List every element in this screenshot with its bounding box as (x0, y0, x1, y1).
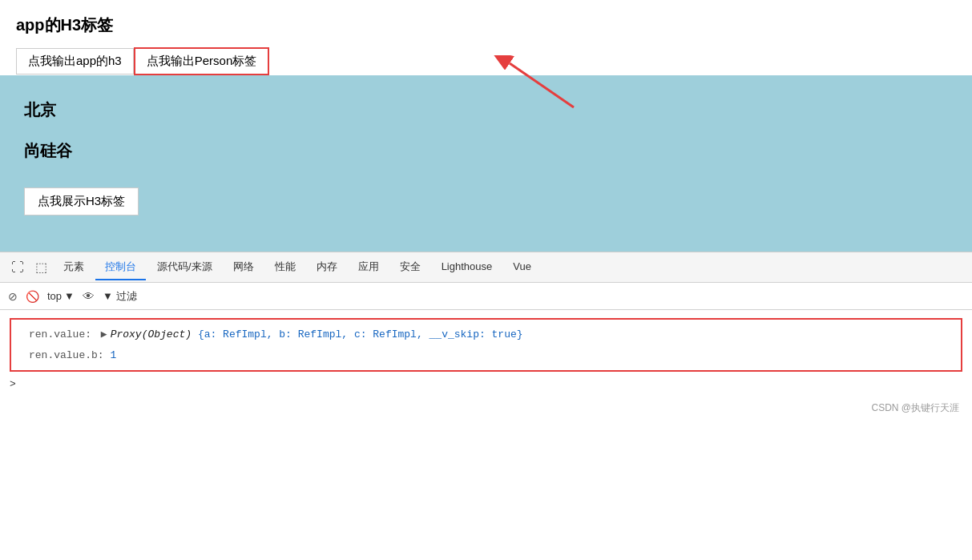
console-line1-key: ren.value: (29, 327, 98, 343)
button-row: 点我输出app的h3 点我输出Person标签 (16, 47, 956, 75)
buttons-wrapper: app的H3标签 点我输出app的h3 点我输出Person标签 (0, 0, 972, 75)
tab-performance[interactable]: 性能 (265, 255, 305, 280)
btn-app-h3[interactable]: 点我输出app的h3 (16, 48, 134, 75)
filter-icon: ▼ (103, 290, 113, 302)
tab-application[interactable]: 应用 (349, 255, 389, 280)
devtools-toolbar: ⊘ 🚫 top ▼ 👁 ▼ 过滤 (0, 283, 972, 310)
page-title: app的H3标签 (16, 14, 956, 36)
tab-vue[interactable]: Vue (503, 256, 541, 279)
console-proxy-text: Proxy(Object) (111, 327, 192, 343)
top-selector[interactable]: top ▼ (47, 290, 75, 302)
tab-network[interactable]: 网络 (224, 255, 264, 280)
tab-sources[interactable]: 源代码/来源 (147, 255, 222, 280)
console-line2-key: ren.value.b: (29, 348, 110, 364)
console-output-box: ren.value: ▶ Proxy(Object) {a: RefImpl, … (10, 318, 962, 372)
tab-elements[interactable]: 元素 (54, 255, 94, 280)
eye-icon[interactable]: 👁 (83, 289, 95, 303)
tab-console[interactable]: 控制台 (95, 255, 146, 280)
top-dropdown-icon[interactable]: ▼ (64, 290, 75, 302)
console-expand-arrow[interactable]: ▶ (101, 327, 107, 343)
console-output-area: ren.value: ▶ Proxy(Object) {a: RefImpl, … (0, 310, 972, 398)
tab-security[interactable]: 安全 (390, 255, 430, 280)
console-prompt[interactable]: > (0, 375, 972, 393)
clear-console-icon[interactable]: ⊘ (8, 290, 18, 303)
tab-memory[interactable]: 内存 (307, 255, 347, 280)
devtools-panel: ⛶ ⬚ 元素 控制台 源代码/来源 网络 性能 内存 应用 安全 Lightho… (0, 252, 972, 398)
blue-box: 北京 尚硅谷 点我展示H3标签 (0, 75, 972, 252)
console-line-1: ren.value: ▶ Proxy(Object) {a: RefImpl, … (19, 324, 953, 345)
devtools-icon-device[interactable]: ⬚ (30, 260, 52, 275)
blue-box-item-beijing: 北京 (24, 99, 948, 121)
console-obj-text: {a: RefImpl, b: RefImpl, c: RefImpl, __v… (192, 327, 522, 343)
top-label: top (47, 290, 62, 302)
tab-lighthouse[interactable]: Lighthouse (432, 256, 502, 279)
btn-show-h3[interactable]: 点我展示H3标签 (24, 187, 139, 216)
devtools-tabs-bar: ⛶ ⬚ 元素 控制台 源代码/来源 网络 性能 内存 应用 安全 Lightho… (0, 252, 972, 283)
block-icon[interactable]: 🚫 (26, 290, 39, 303)
blue-box-item-shiguigu: 尚硅谷 (24, 140, 948, 162)
footer-credit: CSDN @执键行天涯 (871, 401, 959, 415)
filter-row: ▼ 过滤 (103, 289, 137, 304)
top-section: app的H3标签 点我输出app的h3 点我输出Person标签 北京 尚硅谷 … (0, 0, 972, 252)
footer: CSDN @执键行天涯 (0, 398, 972, 418)
console-line2-value: 1 (110, 348, 116, 364)
filter-label: 过滤 (116, 289, 137, 304)
devtools-icon-inspect[interactable]: ⛶ (6, 260, 29, 275)
console-line-2: ren.value.b: 1 (19, 345, 953, 366)
btn-person-tag[interactable]: 点我输出Person标签 (134, 47, 270, 75)
